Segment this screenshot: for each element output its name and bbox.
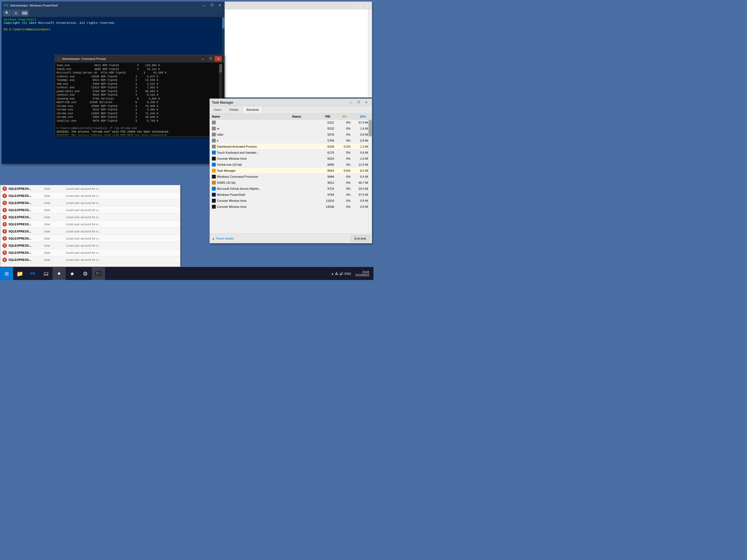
empty-window-content bbox=[225, 9, 372, 97]
start-button[interactable]: ⊞ bbox=[0, 267, 13, 280]
proc-pid-1: 5312 bbox=[318, 121, 334, 124]
proc-name-13: Windows PowerShell bbox=[217, 193, 245, 196]
proc-name-5: Dashboard.Animated Process bbox=[217, 145, 257, 148]
ps-close-btn[interactable]: ✕ bbox=[216, 3, 223, 8]
tab-users[interactable]: Users bbox=[210, 106, 226, 113]
table-row[interactable]: 5312 0% 57.9 MB bbox=[210, 120, 372, 126]
list-item[interactable]: S SQLEXPRESS... User Local user account … bbox=[0, 249, 180, 256]
col-pid-header: PID bbox=[314, 115, 330, 118]
empty-scrollbar[interactable] bbox=[368, 9, 372, 97]
clock-time: 15:02 bbox=[356, 271, 369, 274]
proc-cpu-1: 0% bbox=[334, 121, 351, 124]
cmd-success-2: SUCCESS: The process "chrome.exe" with P… bbox=[57, 134, 219, 136]
table-row[interactable]: Touch Keyboard and Handwri... 6176 0% 0.… bbox=[210, 150, 372, 156]
taskbar-chrome-btn[interactable]: ● bbox=[52, 267, 66, 280]
empty-close-btn[interactable]: ✕ bbox=[364, 3, 371, 8]
cmd-minimize-btn[interactable]: — bbox=[199, 56, 206, 61]
list-item[interactable]: S SQLEXPRESS... User Local user account … bbox=[0, 192, 180, 199]
proc-name-3: ndler bbox=[217, 133, 223, 136]
list-item[interactable]: S SQLEXPRESS... User Local user account … bbox=[0, 221, 180, 228]
svc-icon-2: S bbox=[2, 194, 7, 198]
list-item[interactable]: S SQLEXPRESS... User Local user account … bbox=[0, 185, 180, 192]
cmd-content[interactable]: Ssms.exe 9612 RDP-Tcp#19 3 129,964 K VsH… bbox=[55, 62, 224, 136]
table-row[interactable]: Task Manager 8624 0.6% 8.2 MB bbox=[210, 168, 372, 174]
proc-cpu-12: 0% bbox=[334, 187, 351, 190]
table-row[interactable]: Windows PowerShell 9784 0% 37.0 MB bbox=[210, 192, 372, 198]
ps-minimize-btn[interactable]: — bbox=[201, 3, 208, 8]
empty-restore-btn[interactable]: ❐ bbox=[356, 3, 363, 8]
svc-type-11: User bbox=[44, 258, 66, 261]
proc-cpu-14: 0% bbox=[334, 199, 351, 202]
table-row[interactable]: Dashboard.Animated Process 6104 0.2% 1.2… bbox=[210, 144, 372, 150]
proc-mem-5: 1.2 MB bbox=[351, 145, 370, 148]
lang-label: ENG bbox=[344, 272, 351, 275]
proc-pid-8: 8096 bbox=[318, 163, 334, 166]
arrow-icon[interactable]: ▲ bbox=[331, 272, 334, 275]
list-item[interactable]: S SQLEXPRESS... User Local user account … bbox=[0, 235, 180, 242]
services-window: S SQLEXPRESS... User Local user account … bbox=[0, 185, 180, 267]
table-row[interactable]: Microsoft.VsHub.Server.HttpHo... 9724 0%… bbox=[210, 186, 372, 192]
table-row[interactable]: SSMS (32 bit) 9612 0% 46.7 MB bbox=[210, 180, 372, 186]
taskman-scrollbar[interactable] bbox=[368, 120, 372, 233]
table-row[interactable]: Console Window Host 13536 0% 0.6 MB bbox=[210, 204, 372, 210]
proc-pid-4: 5764 bbox=[318, 139, 334, 142]
end-task-btn[interactable]: End task bbox=[351, 235, 370, 241]
list-item[interactable]: S SQLEXPRESS... User Local user account … bbox=[0, 206, 180, 213]
table-row[interactable]: Console Window Host 11816 0% 0.9 MB bbox=[210, 198, 372, 204]
taskbar-explorer-btn[interactable]: 📁 bbox=[13, 267, 26, 280]
cmd-proc-2: VsHub.exe 8096 RDP-Tcp#19 3 42,212 K bbox=[57, 68, 219, 71]
list-item[interactable]: S SQLEXPRESS... User Local user account … bbox=[0, 256, 180, 263]
taskman-minimize-btn[interactable]: — bbox=[347, 100, 354, 105]
ps-keyboard-btn[interactable]: ⌨ bbox=[21, 10, 28, 16]
proc-pid-10: 9484 bbox=[318, 175, 334, 178]
taskbar-cmd-btn[interactable]: C:\ bbox=[92, 267, 105, 280]
fewer-details-btn[interactable]: ▲ Fewer details bbox=[212, 237, 234, 240]
taskbar-settings-btn[interactable]: ⚙ bbox=[79, 267, 92, 280]
table-row[interactable]: ndler 5676 0% 0.8 MB bbox=[210, 131, 372, 137]
taskbar-folder-btn[interactable]: 🗂 bbox=[40, 267, 52, 280]
svc-name-5: SQLEXPRESS... bbox=[8, 215, 44, 219]
col-status-header: Status bbox=[292, 115, 314, 118]
services-list[interactable]: S SQLEXPRESS... User Local user account … bbox=[0, 185, 180, 266]
ps-menu-btn[interactable]: ≡ bbox=[12, 10, 20, 16]
proc-icon-1 bbox=[212, 121, 216, 124]
cmd-icon-taskbar: C:\ bbox=[96, 271, 101, 276]
proc-icon-3 bbox=[212, 133, 216, 136]
ps-line-2: Copyright (C) 2014 Microsoft Corporation… bbox=[4, 21, 219, 25]
tab-services[interactable]: Services bbox=[242, 106, 263, 113]
taskman-close-btn[interactable]: ✕ bbox=[363, 100, 370, 105]
table-row[interactable]: or 5532 0% 1.6 MB bbox=[210, 126, 372, 131]
empty-minimize-btn[interactable]: — bbox=[349, 3, 356, 8]
table-row[interactable]: Console Window Host 6524 0% 1.6 MB bbox=[210, 156, 372, 161]
table-row[interactable]: e 5764 0% 0.9 MB bbox=[210, 137, 372, 144]
svc-desc-6: Local user account for e... bbox=[66, 223, 178, 226]
proc-mem-14: 0.9 MB bbox=[351, 199, 370, 202]
proc-cpu-11: 0% bbox=[334, 181, 351, 184]
powershell-icon: PS bbox=[30, 272, 35, 276]
cmd-restore-btn[interactable]: ❐ bbox=[207, 56, 214, 61]
table-row[interactable]: Windows Command Processor 9484 0% 0.4 MB bbox=[210, 174, 372, 180]
proc-name-12: Microsoft.VsHub.Server.HttpHo... bbox=[217, 187, 261, 190]
svc-icon-5: S bbox=[2, 215, 7, 219]
tab-details[interactable]: Details bbox=[226, 106, 243, 113]
table-row[interactable]: VsHub.exe (32 bit) 8096 0% 12.9 MB bbox=[210, 161, 372, 168]
list-item[interactable]: S SQLEXPRESS... User Local user account … bbox=[0, 228, 180, 235]
proc-name-4: e bbox=[217, 139, 218, 142]
empty-window-titlebar: — ❐ ✕ bbox=[225, 2, 372, 9]
cmd-close-btn[interactable]: ✕ bbox=[215, 56, 222, 61]
taskbar-powershell-btn[interactable]: PS bbox=[26, 267, 40, 280]
ps-restore-btn[interactable]: ❐ bbox=[208, 3, 215, 8]
proc-mem-1: 57.9 MB bbox=[351, 121, 370, 124]
list-item[interactable]: S SQLEXPRESS... User Local user account … bbox=[0, 242, 180, 249]
ps-search-btn[interactable]: 🔍 bbox=[3, 10, 11, 16]
taskman-title: Task Manager bbox=[212, 101, 233, 104]
taskman-restore-btn[interactable]: ❐ bbox=[355, 100, 362, 105]
list-item[interactable]: S SQLEXPRESS... User Local user account … bbox=[0, 199, 180, 206]
svc-icon-10: S bbox=[2, 251, 7, 255]
list-item[interactable]: S SQLEXPRESS... User Local user account … bbox=[0, 213, 180, 221]
taskbar-clock[interactable]: 15:02 21/10/2016 bbox=[353, 271, 371, 277]
proc-mem-9: 8.2 MB bbox=[351, 169, 370, 172]
proc-name-7: Console Window Host bbox=[217, 157, 247, 160]
taskbar-star-btn[interactable]: ★ bbox=[66, 267, 79, 280]
proc-name-2: or bbox=[217, 127, 220, 130]
